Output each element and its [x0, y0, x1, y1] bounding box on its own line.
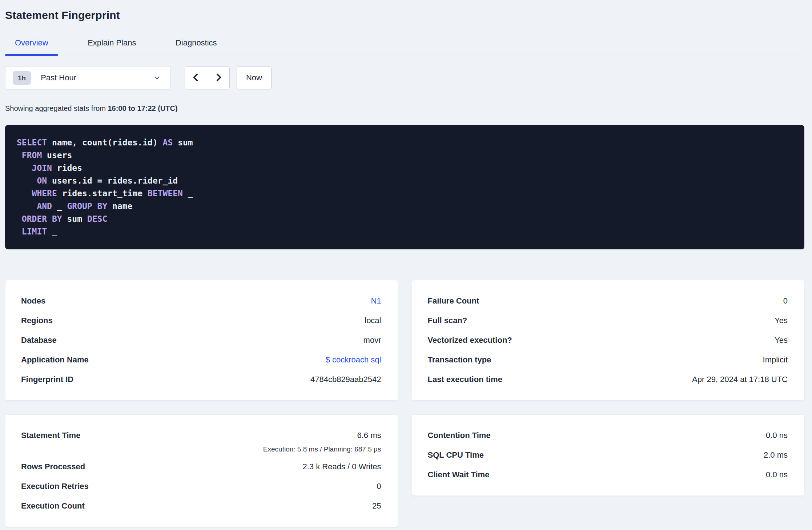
application-name-link[interactable]: $ cockroach sql: [326, 355, 381, 365]
row-value: 6.6 ms: [357, 431, 381, 440]
sql-line: FROM users: [17, 149, 793, 162]
row-label: Database: [21, 336, 57, 345]
row-value: movr: [363, 336, 381, 345]
summary-card: Nodes N1 Regions local Database movr App…: [5, 280, 398, 401]
nodes-link[interactable]: N1: [371, 296, 381, 306]
row-value: Implicit: [763, 355, 788, 365]
row-label: Full scan?: [428, 316, 467, 325]
tab-explain-plans[interactable]: Explain Plans: [78, 38, 146, 56]
sql-line: LIMIT _: [17, 225, 793, 238]
row-value: 0: [783, 296, 788, 306]
row-label: Transaction type: [428, 355, 491, 365]
summary-row-database: Database movr: [21, 330, 381, 350]
row-value: 0.0 ns: [766, 470, 788, 479]
statement-fingerprint-page: Statement Fingerprint Overview Explain P…: [0, 0, 812, 530]
summary-row-nodes: Nodes N1: [21, 291, 381, 311]
stats-cards-grid: Nodes N1 Regions local Database movr App…: [5, 280, 804, 527]
page-title: Statement Fingerprint: [5, 8, 804, 23]
row-subvalue: Execution: 5.8 ms / Planning: 687.5 µs: [263, 445, 381, 453]
row-value: 4784cb829aab2542: [310, 375, 381, 384]
tab-overview-label: Overview: [15, 38, 48, 47]
time-range-badge: 1h: [13, 71, 31, 85]
row-label: Statement Time: [21, 431, 80, 440]
row-label: Vectorized execution?: [428, 336, 512, 345]
row-label: Last execution time: [428, 375, 502, 384]
row-label: Execution Count: [21, 501, 85, 511]
sql-statement-box: SELECT name, count(rides.id) AS sum FROM…: [5, 125, 804, 249]
timing-card: Statement Time 6.6 ms Execution: 5.8 ms …: [5, 414, 398, 527]
row-label: SQL CPU Time: [428, 450, 484, 460]
summary-row-fingerprint-id: Fingerprint ID 4784cb829aab2542: [21, 370, 381, 389]
row-label: Fingerprint ID: [21, 375, 73, 384]
row-label: Contention Time: [428, 431, 491, 440]
row-value: 25: [372, 501, 381, 511]
row-label: Failure Count: [428, 296, 479, 306]
now-button[interactable]: Now: [237, 66, 272, 89]
row-failure-count: Failure Count 0: [428, 291, 788, 311]
statement-time-breakdown: Execution: 5.8 ms / Planning: 687.5 µs: [21, 445, 381, 457]
next-time-window-button[interactable]: [207, 67, 229, 89]
chevron-left-icon: [191, 73, 201, 83]
row-statement-time: Statement Time 6.6 ms: [21, 426, 381, 445]
row-client-wait-time: Client Wait Time 0.0 ns: [428, 465, 788, 485]
caption-time-range: 16:00 to 17:22 (UTC): [108, 104, 177, 112]
row-value: 2.0 ms: [764, 450, 788, 460]
row-value: 0: [377, 482, 381, 491]
tab-diagnostics[interactable]: Diagnostics: [166, 38, 227, 56]
row-full-scan: Full scan? Yes: [428, 311, 788, 330]
tab-overview[interactable]: Overview: [5, 38, 58, 56]
row-execution-retries: Execution Retries 0: [21, 477, 381, 496]
row-value: Apr 29, 2024 at 17:18 UTC: [692, 375, 788, 384]
aggregated-stats-caption: Showing aggregated stats from 16:00 to 1…: [5, 104, 804, 113]
row-label: Regions: [21, 316, 53, 325]
summary-row-application-name: Application Name $ cockroach sql: [21, 350, 381, 370]
row-execution-count: Execution Count 25: [21, 496, 381, 516]
sql-line: AND _ GROUP BY name: [17, 200, 793, 213]
row-label: Nodes: [21, 296, 45, 306]
sql-line: SELECT name, count(rides.id) AS sum: [17, 136, 793, 149]
row-vectorized-execution: Vectorized execution? Yes: [428, 330, 788, 350]
chevron-right-icon: [214, 73, 223, 83]
row-last-execution-time: Last execution time Apr 29, 2024 at 17:1…: [428, 370, 788, 389]
row-value: 2.3 k Reads / 0 Writes: [302, 462, 381, 471]
tab-bar: Overview Explain Plans Diagnostics: [5, 38, 804, 56]
time-picker-toolbar: 1h Past Hour Now: [5, 66, 804, 89]
time-range-label: Past Hour: [41, 73, 76, 83]
sql-line: JOIN rides: [17, 162, 793, 174]
row-sql-cpu-time: SQL CPU Time 2.0 ms: [428, 445, 788, 465]
summary-row-regions: Regions local: [21, 311, 381, 330]
row-value: 0.0 ns: [766, 431, 788, 440]
time-range-dropdown[interactable]: 1h Past Hour: [5, 66, 171, 89]
sql-line: WHERE rides.start_time BETWEEN _: [17, 187, 793, 200]
time-window-arrows: [185, 66, 230, 89]
row-contention-time: Contention Time 0.0 ns: [428, 426, 788, 445]
row-label: Execution Retries: [21, 482, 89, 491]
previous-time-window-button[interactable]: [185, 67, 207, 89]
caption-prefix: Showing aggregated stats from: [5, 104, 108, 112]
tab-diagnostics-label: Diagnostics: [176, 38, 217, 47]
row-value: Yes: [775, 316, 788, 325]
row-transaction-type: Transaction type Implicit: [428, 350, 788, 370]
sql-line: ORDER BY sum DESC: [17, 213, 793, 225]
tab-explain-plans-label: Explain Plans: [88, 38, 136, 47]
execution-attributes-card: Failure Count 0 Full scan? Yes Vectorize…: [412, 280, 805, 401]
row-label: Rows Processed: [21, 462, 85, 471]
chevron-down-icon: [153, 74, 161, 82]
row-value: local: [365, 316, 381, 325]
row-label: Application Name: [21, 355, 89, 365]
wait-times-card: Contention Time 0.0 ns SQL CPU Time 2.0 …: [412, 414, 805, 496]
row-value: Yes: [775, 336, 788, 345]
row-rows-processed: Rows Processed 2.3 k Reads / 0 Writes: [21, 457, 381, 477]
row-label: Client Wait Time: [428, 470, 490, 479]
sql-line: ON users.id = rides.rider_id: [17, 174, 793, 187]
